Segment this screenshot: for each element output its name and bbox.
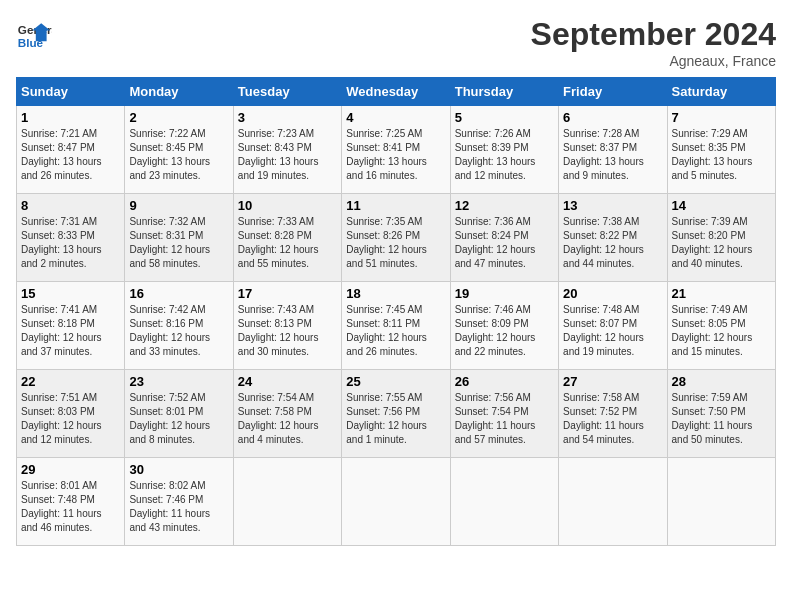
day-number: 1	[21, 110, 120, 125]
day-info: Sunrise: 7:49 AM Sunset: 8:05 PM Dayligh…	[672, 303, 771, 359]
day-cell: 30Sunrise: 8:02 AM Sunset: 7:46 PM Dayli…	[125, 458, 233, 546]
day-number: 30	[129, 462, 228, 477]
day-number: 24	[238, 374, 337, 389]
day-cell: 27Sunrise: 7:58 AM Sunset: 7:52 PM Dayli…	[559, 370, 667, 458]
day-number: 28	[672, 374, 771, 389]
day-info: Sunrise: 7:29 AM Sunset: 8:35 PM Dayligh…	[672, 127, 771, 183]
day-cell: 18Sunrise: 7:45 AM Sunset: 8:11 PM Dayli…	[342, 282, 450, 370]
day-info: Sunrise: 7:25 AM Sunset: 8:41 PM Dayligh…	[346, 127, 445, 183]
day-cell: 15Sunrise: 7:41 AM Sunset: 8:18 PM Dayli…	[17, 282, 125, 370]
day-cell: 19Sunrise: 7:46 AM Sunset: 8:09 PM Dayli…	[450, 282, 558, 370]
day-number: 21	[672, 286, 771, 301]
day-cell: 4Sunrise: 7:25 AM Sunset: 8:41 PM Daylig…	[342, 106, 450, 194]
day-info: Sunrise: 7:45 AM Sunset: 8:11 PM Dayligh…	[346, 303, 445, 359]
empty-cell	[559, 458, 667, 546]
day-cell: 2Sunrise: 7:22 AM Sunset: 8:45 PM Daylig…	[125, 106, 233, 194]
day-number: 22	[21, 374, 120, 389]
day-number: 29	[21, 462, 120, 477]
day-info: Sunrise: 7:54 AM Sunset: 7:58 PM Dayligh…	[238, 391, 337, 447]
header-day: Thursday	[450, 78, 558, 106]
day-info: Sunrise: 7:43 AM Sunset: 8:13 PM Dayligh…	[238, 303, 337, 359]
day-cell: 12Sunrise: 7:36 AM Sunset: 8:24 PM Dayli…	[450, 194, 558, 282]
day-info: Sunrise: 7:33 AM Sunset: 8:28 PM Dayligh…	[238, 215, 337, 271]
day-cell: 23Sunrise: 7:52 AM Sunset: 8:01 PM Dayli…	[125, 370, 233, 458]
day-cell: 5Sunrise: 7:26 AM Sunset: 8:39 PM Daylig…	[450, 106, 558, 194]
day-info: Sunrise: 7:46 AM Sunset: 8:09 PM Dayligh…	[455, 303, 554, 359]
day-number: 16	[129, 286, 228, 301]
day-info: Sunrise: 7:41 AM Sunset: 8:18 PM Dayligh…	[21, 303, 120, 359]
header-day: Saturday	[667, 78, 775, 106]
calendar-week: 15Sunrise: 7:41 AM Sunset: 8:18 PM Dayli…	[17, 282, 776, 370]
day-info: Sunrise: 7:23 AM Sunset: 8:43 PM Dayligh…	[238, 127, 337, 183]
day-info: Sunrise: 7:31 AM Sunset: 8:33 PM Dayligh…	[21, 215, 120, 271]
day-info: Sunrise: 8:01 AM Sunset: 7:48 PM Dayligh…	[21, 479, 120, 535]
day-number: 20	[563, 286, 662, 301]
calendar-table: SundayMondayTuesdayWednesdayThursdayFrid…	[16, 77, 776, 546]
day-info: Sunrise: 7:38 AM Sunset: 8:22 PM Dayligh…	[563, 215, 662, 271]
day-number: 11	[346, 198, 445, 213]
day-cell: 16Sunrise: 7:42 AM Sunset: 8:16 PM Dayli…	[125, 282, 233, 370]
day-cell: 1Sunrise: 7:21 AM Sunset: 8:47 PM Daylig…	[17, 106, 125, 194]
day-info: Sunrise: 7:36 AM Sunset: 8:24 PM Dayligh…	[455, 215, 554, 271]
day-cell: 6Sunrise: 7:28 AM Sunset: 8:37 PM Daylig…	[559, 106, 667, 194]
day-number: 2	[129, 110, 228, 125]
day-number: 15	[21, 286, 120, 301]
day-cell: 20Sunrise: 7:48 AM Sunset: 8:07 PM Dayli…	[559, 282, 667, 370]
day-number: 7	[672, 110, 771, 125]
day-cell: 21Sunrise: 7:49 AM Sunset: 8:05 PM Dayli…	[667, 282, 775, 370]
day-number: 18	[346, 286, 445, 301]
day-number: 25	[346, 374, 445, 389]
header-day: Friday	[559, 78, 667, 106]
day-number: 8	[21, 198, 120, 213]
logo: General Blue	[16, 16, 52, 52]
day-info: Sunrise: 7:52 AM Sunset: 8:01 PM Dayligh…	[129, 391, 228, 447]
day-cell: 22Sunrise: 7:51 AM Sunset: 8:03 PM Dayli…	[17, 370, 125, 458]
day-cell: 24Sunrise: 7:54 AM Sunset: 7:58 PM Dayli…	[233, 370, 341, 458]
day-info: Sunrise: 7:56 AM Sunset: 7:54 PM Dayligh…	[455, 391, 554, 447]
calendar-week: 29Sunrise: 8:01 AM Sunset: 7:48 PM Dayli…	[17, 458, 776, 546]
empty-cell	[233, 458, 341, 546]
empty-cell	[342, 458, 450, 546]
day-cell: 28Sunrise: 7:59 AM Sunset: 7:50 PM Dayli…	[667, 370, 775, 458]
day-cell: 3Sunrise: 7:23 AM Sunset: 8:43 PM Daylig…	[233, 106, 341, 194]
day-info: Sunrise: 7:42 AM Sunset: 8:16 PM Dayligh…	[129, 303, 228, 359]
empty-cell	[450, 458, 558, 546]
header-day: Wednesday	[342, 78, 450, 106]
day-info: Sunrise: 8:02 AM Sunset: 7:46 PM Dayligh…	[129, 479, 228, 535]
day-cell: 10Sunrise: 7:33 AM Sunset: 8:28 PM Dayli…	[233, 194, 341, 282]
day-number: 27	[563, 374, 662, 389]
day-cell: 14Sunrise: 7:39 AM Sunset: 8:20 PM Dayli…	[667, 194, 775, 282]
day-info: Sunrise: 7:51 AM Sunset: 8:03 PM Dayligh…	[21, 391, 120, 447]
day-number: 26	[455, 374, 554, 389]
day-info: Sunrise: 7:39 AM Sunset: 8:20 PM Dayligh…	[672, 215, 771, 271]
day-info: Sunrise: 7:48 AM Sunset: 8:07 PM Dayligh…	[563, 303, 662, 359]
day-cell: 11Sunrise: 7:35 AM Sunset: 8:26 PM Dayli…	[342, 194, 450, 282]
calendar-week: 22Sunrise: 7:51 AM Sunset: 8:03 PM Dayli…	[17, 370, 776, 458]
day-number: 10	[238, 198, 337, 213]
day-info: Sunrise: 7:55 AM Sunset: 7:56 PM Dayligh…	[346, 391, 445, 447]
calendar-week: 8Sunrise: 7:31 AM Sunset: 8:33 PM Daylig…	[17, 194, 776, 282]
day-info: Sunrise: 7:59 AM Sunset: 7:50 PM Dayligh…	[672, 391, 771, 447]
day-info: Sunrise: 7:32 AM Sunset: 8:31 PM Dayligh…	[129, 215, 228, 271]
day-info: Sunrise: 7:26 AM Sunset: 8:39 PM Dayligh…	[455, 127, 554, 183]
day-number: 6	[563, 110, 662, 125]
day-cell: 7Sunrise: 7:29 AM Sunset: 8:35 PM Daylig…	[667, 106, 775, 194]
day-info: Sunrise: 7:21 AM Sunset: 8:47 PM Dayligh…	[21, 127, 120, 183]
day-number: 14	[672, 198, 771, 213]
month-title: September 2024	[531, 16, 776, 53]
day-cell: 8Sunrise: 7:31 AM Sunset: 8:33 PM Daylig…	[17, 194, 125, 282]
day-info: Sunrise: 7:28 AM Sunset: 8:37 PM Dayligh…	[563, 127, 662, 183]
day-number: 9	[129, 198, 228, 213]
day-number: 5	[455, 110, 554, 125]
header-day: Tuesday	[233, 78, 341, 106]
logo-icon: General Blue	[16, 16, 52, 52]
day-number: 3	[238, 110, 337, 125]
day-cell: 26Sunrise: 7:56 AM Sunset: 7:54 PM Dayli…	[450, 370, 558, 458]
calendar-week: 1Sunrise: 7:21 AM Sunset: 8:47 PM Daylig…	[17, 106, 776, 194]
header-day: Monday	[125, 78, 233, 106]
day-cell: 9Sunrise: 7:32 AM Sunset: 8:31 PM Daylig…	[125, 194, 233, 282]
day-number: 4	[346, 110, 445, 125]
day-info: Sunrise: 7:35 AM Sunset: 8:26 PM Dayligh…	[346, 215, 445, 271]
day-number: 23	[129, 374, 228, 389]
header-day: Sunday	[17, 78, 125, 106]
